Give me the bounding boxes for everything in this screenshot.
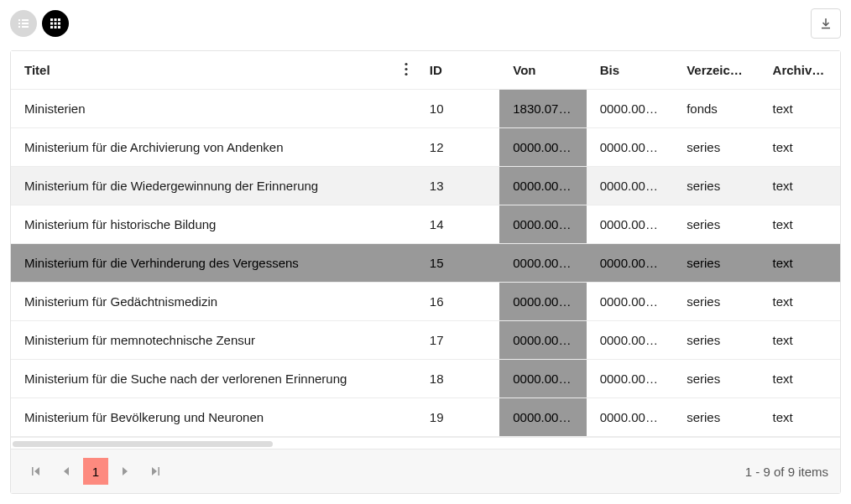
cell-bis: 0000.00.00: [587, 360, 673, 398]
column-header-label: Titel: [24, 63, 50, 77]
cell-verz: series: [673, 244, 759, 283]
cell-von: 0000.00.00: [499, 283, 586, 321]
column-header-arch[interactable]: Archival…: [760, 51, 840, 90]
column-header-label: Bis: [600, 63, 619, 77]
cell-bis: 0000.00.00: [587, 398, 673, 437]
svg-point-15: [405, 62, 407, 65]
cell-von: 0000.00.00: [499, 398, 586, 437]
pager-next-button[interactable]: [112, 458, 138, 485]
table-row[interactable]: Ministerium für die Archivierung von And…: [11, 128, 840, 167]
list-view-button[interactable]: [10, 10, 37, 37]
pager-prev-button[interactable]: [53, 458, 80, 485]
table-row[interactable]: Ministerien101830.07.180000.00.00fondste…: [11, 90, 840, 128]
column-menu-button[interactable]: [405, 62, 408, 78]
table-row[interactable]: Ministerium für die Suche nach der verlo…: [11, 360, 840, 398]
more-vertical-icon: [405, 62, 408, 75]
cell-title: Ministerium für die Wiedergewinnung der …: [11, 167, 416, 205]
pager-info: 1 - 9 of 9 items: [745, 465, 828, 479]
table-row[interactable]: Ministerium für Gedächtnismedizin160000.…: [11, 283, 840, 321]
table-row[interactable]: Ministerium für memnotechnische Zensur17…: [11, 321, 840, 360]
cell-arch: text: [760, 283, 840, 321]
svg-rect-7: [55, 18, 57, 21]
cell-id: 15: [416, 244, 499, 283]
grid-icon: [49, 17, 62, 30]
download-button[interactable]: [811, 8, 841, 39]
cell-von: 0000.00.00: [499, 205, 586, 244]
cell-title: Ministerium für die Archivierung von And…: [11, 128, 416, 167]
chevron-right-icon: [121, 466, 129, 476]
column-header-von[interactable]: Von: [499, 51, 586, 90]
column-header-bis[interactable]: Bis: [587, 51, 673, 90]
pager-current-page[interactable]: 1: [83, 458, 108, 485]
download-icon: [819, 17, 833, 30]
svg-rect-14: [58, 26, 60, 29]
cell-id: 12: [416, 128, 499, 167]
column-header-label: Von: [513, 63, 535, 77]
cell-verz: series: [673, 283, 759, 321]
grid-view-button[interactable]: [42, 10, 69, 37]
svg-rect-2: [18, 23, 20, 24]
horizontal-scrollbar[interactable]: [11, 437, 840, 449]
table-row[interactable]: Ministerium für die Wiedergewinnung der …: [11, 167, 840, 205]
pager: 1 1 - 9 of 9 items: [11, 449, 840, 493]
cell-arch: text: [760, 360, 840, 398]
first-page-icon: [31, 466, 41, 476]
column-header-id[interactable]: ID: [416, 51, 499, 90]
svg-point-17: [405, 72, 407, 75]
column-header-title[interactable]: Titel: [11, 51, 416, 90]
column-header-verz[interactable]: Verzeic…: [673, 51, 759, 90]
column-header-label: ID: [430, 63, 442, 77]
svg-rect-12: [50, 26, 53, 29]
pager-first-button[interactable]: [23, 458, 50, 485]
cell-von: 0000.00.00: [499, 128, 586, 167]
cell-arch: text: [760, 167, 840, 205]
chevron-left-icon: [62, 466, 70, 476]
svg-rect-4: [18, 26, 20, 28]
list-icon: [17, 17, 30, 30]
table-row[interactable]: Ministerium für Bevölkerung und Neuronen…: [11, 398, 840, 437]
view-toggle: [10, 10, 69, 37]
cell-bis: 0000.00.00: [587, 90, 673, 128]
cell-title: Ministerium für memnotechnische Zensur: [11, 321, 416, 360]
cell-title: Ministerium für Gedächtnismedizin: [11, 283, 416, 321]
svg-rect-0: [18, 19, 20, 21]
cell-id: 16: [416, 283, 499, 321]
last-page-icon: [150, 466, 160, 476]
cell-von: 0000.00.00: [499, 321, 586, 360]
cell-bis: 0000.00.00: [587, 321, 673, 360]
pager-last-button[interactable]: [142, 458, 169, 485]
cell-title: Ministerium für historische Bildung: [11, 205, 416, 244]
cell-verz: series: [673, 321, 759, 360]
svg-rect-3: [22, 23, 29, 24]
svg-rect-13: [55, 26, 57, 29]
svg-rect-18: [32, 467, 34, 475]
cell-bis: 0000.00.00: [587, 128, 673, 167]
svg-point-16: [405, 67, 407, 70]
cell-title: Ministerium für die Verhinderung des Ver…: [11, 244, 416, 283]
toolbar: [10, 8, 841, 50]
cell-title: Ministerium für Bevölkerung und Neuronen: [11, 398, 416, 437]
cell-bis: 0000.00.00: [587, 244, 673, 283]
cell-bis: 0000.00.00: [587, 283, 673, 321]
table-row[interactable]: Ministerium für die Verhinderung des Ver…: [11, 244, 840, 283]
cell-von: 0000.00.00: [499, 167, 586, 205]
cell-arch: text: [760, 205, 840, 244]
cell-id: 18: [416, 360, 499, 398]
cell-id: 14: [416, 205, 499, 244]
cell-arch: text: [760, 90, 840, 128]
scrollbar-thumb[interactable]: [13, 441, 273, 447]
svg-rect-9: [50, 23, 53, 25]
cell-id: 13: [416, 167, 499, 205]
cell-von: 0000.00.00: [499, 360, 586, 398]
column-header-label: Archival…: [773, 63, 835, 77]
cell-id: 10: [416, 90, 499, 128]
cell-verz: series: [673, 398, 759, 437]
table-row[interactable]: Ministerium für historische Bildung14000…: [11, 205, 840, 244]
cell-arch: text: [760, 128, 840, 167]
data-table: Titel ID Von Bis Verzeic… Archival… Mini…: [10, 50, 841, 494]
svg-rect-10: [55, 23, 57, 25]
cell-verz: fonds: [673, 90, 759, 128]
cell-von: 0000.00.00: [499, 244, 586, 283]
cell-verz: series: [673, 205, 759, 244]
cell-arch: text: [760, 398, 840, 437]
